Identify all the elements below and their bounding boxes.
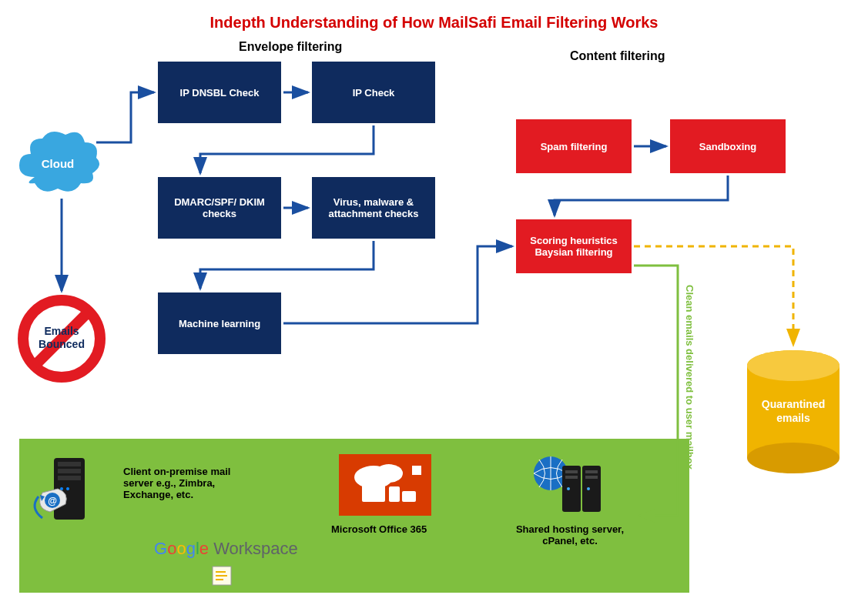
note-icon (212, 566, 232, 586)
svg-point-30 (587, 487, 590, 490)
bounced-line1: Emails (44, 325, 79, 337)
scoring-line1: Scoring heuristics (530, 235, 617, 246)
svg-rect-25 (565, 470, 578, 473)
content-section-header: Content filtering (570, 49, 665, 63)
google-workspace-logo: Google Workspace (154, 539, 298, 559)
svg-point-11 (66, 487, 69, 490)
cloud-label: Cloud (42, 157, 75, 170)
svg-point-4 (747, 443, 840, 473)
node-dmarc: DMARC/SPF/ DKIM checks (158, 177, 281, 239)
svg-rect-8 (58, 469, 81, 473)
database-icon: Quarantined emails (739, 346, 847, 477)
node-ml: Machine learning (158, 292, 281, 354)
svg-rect-19 (389, 486, 400, 502)
shared-text: Shared hosting server, cPanel, etc. (508, 523, 632, 547)
svg-point-29 (567, 487, 570, 490)
scoring-line2: Baysian filtering (535, 246, 612, 258)
node-spam: Spam filtering (516, 119, 632, 173)
office365-text: Microsoft Office 365 (331, 523, 427, 535)
server-onprem-icon: @ (31, 450, 108, 527)
node-virus: Virus, malware & attachment checks (312, 177, 435, 239)
node-sandbox: Sandboxing (670, 119, 786, 173)
node-ip-check: IP Check (312, 62, 435, 123)
onprem-text: Client on-premise mail server e.g., Zimb… (123, 466, 262, 500)
office365-icon (339, 454, 431, 516)
svg-text:@: @ (48, 496, 57, 506)
server-shared-icon (524, 450, 608, 520)
svg-point-17 (375, 464, 403, 483)
svg-rect-7 (58, 462, 81, 466)
quarantine-label-2: emails (776, 412, 810, 424)
svg-point-5 (747, 350, 840, 381)
quarantine-label-1: Quarantined (762, 398, 825, 410)
no-entry-icon: Emails Bounced (15, 292, 108, 385)
node-ip-dnsbl: IP DNSBL Check (158, 62, 281, 123)
svg-rect-26 (565, 476, 578, 479)
node-scoring: Scoring heuristics Baysian filtering (516, 219, 632, 273)
svg-rect-9 (58, 476, 81, 480)
svg-rect-21 (412, 466, 421, 475)
envelope-section-header: Envelope filtering (239, 40, 342, 54)
svg-rect-27 (585, 470, 598, 473)
bounced-line2: Bounced (39, 338, 85, 350)
svg-rect-28 (585, 476, 598, 479)
diagram-title: Indepth Understanding of How MailSafi Em… (0, 14, 868, 32)
cloud-icon: Cloud (12, 123, 104, 200)
svg-rect-18 (362, 485, 385, 502)
svg-rect-20 (402, 491, 416, 502)
